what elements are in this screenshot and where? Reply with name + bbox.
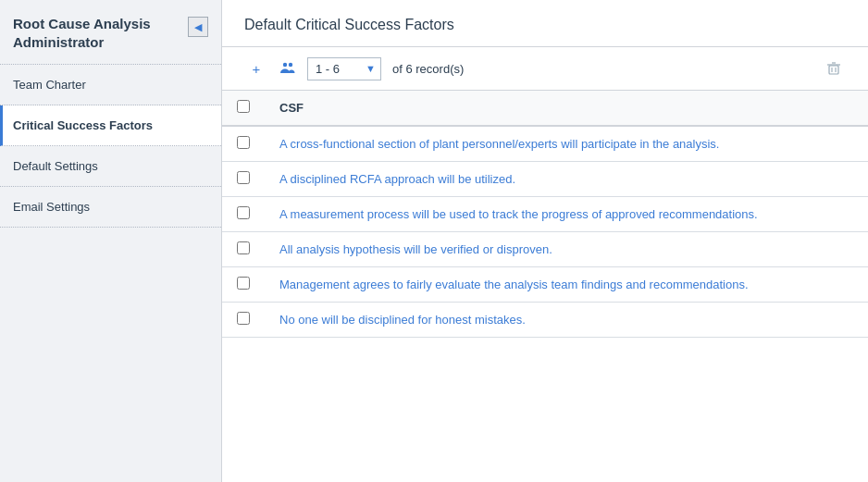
- sidebar-item-email-settings[interactable]: Email Settings: [0, 187, 221, 228]
- csf-text: All analysis hypothesis will be verified…: [279, 242, 552, 256]
- csf-table: CSF A cross-functional section of plant …: [222, 91, 868, 338]
- sidebar-item-label: Email Settings: [13, 200, 90, 214]
- table-body: A cross-functional section of plant pers…: [222, 126, 868, 338]
- row-checkbox-cell: [222, 267, 265, 303]
- people-icon: [280, 61, 295, 76]
- delete-button[interactable]: [822, 56, 846, 80]
- svg-point-0: [283, 63, 287, 67]
- sidebar-header: Root Cause Analysis Administrator ◀: [0, 0, 221, 65]
- csf-cell: A disciplined RCFA approach will be util…: [265, 162, 868, 197]
- row-checkbox[interactable]: [237, 241, 250, 254]
- csf-cell: A measurement process will be used to tr…: [265, 197, 868, 232]
- row-checkbox[interactable]: [237, 136, 250, 149]
- sidebar: Root Cause Analysis Administrator ◀ Team…: [0, 0, 222, 482]
- trash-icon: [826, 61, 841, 76]
- csf-cell: No one will be disciplined for honest mi…: [265, 303, 868, 338]
- table-container: CSF A cross-functional section of plant …: [222, 91, 868, 482]
- main-header: Default Critical Success Factors: [222, 0, 868, 47]
- row-checkbox-cell: [222, 303, 265, 338]
- row-checkbox-cell: [222, 197, 265, 232]
- add-button[interactable]: +: [244, 56, 268, 80]
- table-row: No one will be disciplined for honest mi…: [222, 303, 868, 338]
- csf-cell: Management agrees to fairly evaluate the…: [265, 267, 868, 303]
- page-range-select-wrapper: 1 - 6 ▼: [307, 57, 381, 80]
- row-checkbox[interactable]: [237, 312, 250, 325]
- csf-text: A cross-functional section of plant pers…: [279, 137, 719, 151]
- row-checkbox-cell: [222, 126, 265, 162]
- csf-text: A measurement process will be used to tr…: [279, 207, 758, 221]
- sidebar-item-label: Team Charter: [13, 78, 86, 92]
- header-checkbox[interactable]: [237, 100, 250, 113]
- csf-cell: All analysis hypothesis will be verified…: [265, 232, 868, 267]
- sidebar-toggle-button[interactable]: ◀: [188, 17, 208, 37]
- csf-text: A disciplined RCFA approach will be util…: [279, 172, 515, 186]
- table-header-row: CSF: [222, 91, 868, 126]
- row-checkbox[interactable]: [237, 277, 250, 290]
- sidebar-item-label: Critical Success Factors: [13, 118, 153, 132]
- svg-point-1: [289, 63, 292, 67]
- csf-text: No one will be disciplined for honest mi…: [279, 313, 526, 327]
- main-content: Default Critical Success Factors + 1 - 6…: [222, 0, 868, 482]
- csf-cell: A cross-functional section of plant pers…: [265, 126, 868, 162]
- toolbar: + 1 - 6 ▼ of 6 record(s): [222, 47, 868, 91]
- csf-text: Management agrees to fairly evaluate the…: [279, 278, 749, 291]
- sidebar-item-label: Default Settings: [13, 159, 98, 173]
- sidebar-item-critical-success-factors[interactable]: Critical Success Factors: [0, 105, 221, 146]
- table-row: A cross-functional section of plant pers…: [222, 126, 868, 162]
- table-row: A measurement process will be used to tr…: [222, 197, 868, 232]
- table-row: Management agrees to fairly evaluate the…: [222, 267, 868, 303]
- row-checkbox[interactable]: [237, 171, 250, 184]
- csf-column-header: CSF: [265, 91, 868, 126]
- page-title: Default Critical Success Factors: [244, 17, 846, 33]
- sidebar-item-team-charter[interactable]: Team Charter: [0, 65, 221, 105]
- row-checkbox-cell: [222, 232, 265, 267]
- table-row: All analysis hypothesis will be verified…: [222, 232, 868, 267]
- sidebar-item-default-settings[interactable]: Default Settings: [0, 146, 221, 187]
- sidebar-title: Root Cause Analysis Administrator: [13, 15, 188, 51]
- row-checkbox[interactable]: [237, 206, 250, 219]
- record-count: of 6 record(s): [392, 62, 464, 76]
- svg-rect-2: [829, 66, 838, 74]
- page-range-select[interactable]: 1 - 6: [307, 57, 381, 80]
- table-row: A disciplined RCFA approach will be util…: [222, 162, 868, 197]
- row-checkbox-cell: [222, 162, 265, 197]
- filter-button[interactable]: [276, 56, 300, 80]
- header-checkbox-cell: [222, 91, 265, 126]
